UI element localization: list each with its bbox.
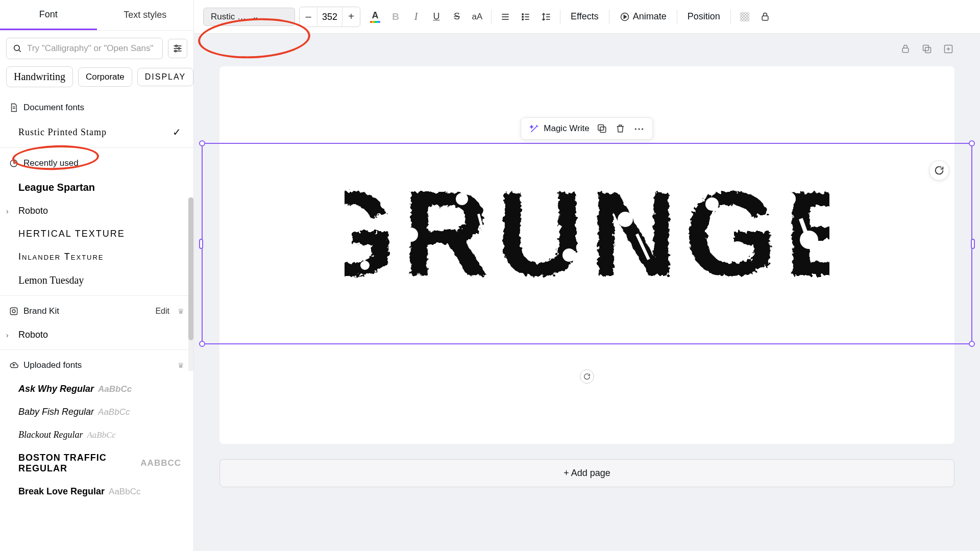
position-button[interactable]: Position bbox=[681, 11, 726, 22]
section-brand-kit: Brand Kit Edit ♛ bbox=[0, 299, 193, 323]
font-roboto[interactable]: › Roboto bbox=[0, 199, 193, 222]
uppercase-button[interactable]: aA bbox=[468, 7, 487, 27]
font-preview: Ask Why Regular bbox=[18, 384, 94, 394]
section-label: Uploaded fonts bbox=[23, 360, 82, 370]
magic-write-button[interactable]: Magic Write bbox=[529, 123, 589, 134]
font-preview: Rustic Printed Stamp bbox=[18, 127, 107, 138]
expand-icon[interactable]: › bbox=[6, 331, 9, 339]
font-ask-why[interactable]: Ask Why Regular AaBbCc bbox=[0, 378, 193, 400]
add-page-icon[interactable] bbox=[942, 43, 954, 55]
svg-rect-30 bbox=[762, 16, 768, 20]
font-selector-label: Rustic Printed St... bbox=[211, 12, 248, 22]
font-list: Document fonts Rustic Printed Stamp ✓ Re… bbox=[0, 95, 193, 551]
resize-handle-tl[interactable] bbox=[199, 140, 205, 146]
alignment-button[interactable] bbox=[496, 7, 515, 27]
canvas-top-right bbox=[899, 43, 954, 55]
svg-rect-31 bbox=[902, 48, 909, 52]
font-preview: Blackout Regular bbox=[18, 430, 83, 440]
crown-icon: ♛ bbox=[178, 361, 184, 369]
canvas-text[interactable]: GRUNGE bbox=[219, 173, 954, 301]
font-rustic-printed-stamp[interactable]: Rustic Printed Stamp ✓ bbox=[0, 120, 193, 144]
font-selector[interactable]: Rustic Printed St... ⌄ bbox=[203, 8, 295, 26]
spacing-button[interactable] bbox=[536, 7, 556, 27]
edit-brand-kit[interactable]: Edit bbox=[155, 307, 169, 316]
font-lemon-tuesday[interactable]: Lemon Tuesday bbox=[0, 268, 193, 292]
font-sample: AaBbCc bbox=[98, 384, 132, 394]
divider bbox=[609, 10, 609, 24]
resize-handle-tr[interactable] bbox=[969, 140, 975, 146]
resize-handle-bl[interactable] bbox=[199, 341, 205, 347]
chip-display[interactable]: DISPLAY bbox=[137, 68, 193, 86]
add-page-button[interactable]: + Add page bbox=[219, 459, 954, 487]
svg-point-16 bbox=[522, 13, 523, 15]
font-sidebar: Font Text styles Handwriting Corporate D… bbox=[0, 0, 194, 551]
section-recently-used: Recently used bbox=[0, 151, 193, 176]
search-icon bbox=[13, 44, 22, 53]
expand-icon[interactable]: › bbox=[6, 207, 9, 215]
svg-marker-26 bbox=[624, 15, 626, 18]
resize-handle-ml[interactable] bbox=[199, 239, 203, 249]
more-button[interactable]: ⋯ bbox=[633, 123, 645, 134]
font-brand-roboto[interactable]: › Roboto bbox=[0, 323, 193, 346]
section-label: Brand Kit bbox=[23, 306, 59, 316]
lock-button[interactable] bbox=[755, 7, 775, 27]
svg-rect-29 bbox=[740, 12, 749, 21]
section-label: Document fonts bbox=[23, 103, 84, 113]
duplicate-button[interactable] bbox=[597, 123, 608, 134]
lock-page-icon[interactable] bbox=[899, 43, 912, 55]
bold-button[interactable]: B bbox=[386, 7, 405, 27]
animate-button[interactable]: Animate bbox=[614, 11, 673, 22]
svg-point-12 bbox=[12, 310, 15, 313]
increase-size-button[interactable]: + bbox=[342, 7, 360, 27]
font-size-group: – 352 + bbox=[299, 7, 360, 27]
clock-icon bbox=[9, 159, 18, 168]
bullet-list-button[interactable] bbox=[516, 7, 535, 27]
font-break-love[interactable]: Break Love Regular AaBbCc bbox=[0, 480, 193, 503]
refresh-button[interactable] bbox=[929, 160, 949, 181]
strikethrough-button[interactable]: S bbox=[447, 7, 467, 27]
text-color-icon: A bbox=[370, 10, 380, 23]
tab-font[interactable]: Font bbox=[0, 0, 97, 30]
font-hertical-texture[interactable]: HERTICAL TEXTURE bbox=[0, 222, 193, 245]
text-color-button[interactable]: A bbox=[365, 7, 385, 27]
transparency-button[interactable] bbox=[735, 7, 754, 27]
copy-page-icon[interactable] bbox=[921, 43, 933, 55]
font-preview: Roboto bbox=[18, 330, 48, 340]
resize-handle-br[interactable] bbox=[969, 341, 975, 347]
font-league-spartan[interactable]: League Spartan bbox=[0, 176, 193, 199]
design-page[interactable]: Magic Write ⋯ bbox=[219, 66, 954, 444]
separator bbox=[0, 349, 193, 350]
chip-corporate[interactable]: Corporate bbox=[78, 67, 132, 87]
crown-icon: ♛ bbox=[178, 307, 184, 315]
section-document-fonts: Document fonts bbox=[0, 95, 193, 120]
underline-button[interactable]: U bbox=[427, 7, 446, 27]
font-size-value[interactable]: 352 bbox=[317, 7, 342, 27]
divider bbox=[491, 10, 492, 24]
resize-handle-mr[interactable] bbox=[971, 239, 975, 249]
font-baby-fish[interactable]: Baby Fish Regular AaBbCc bbox=[0, 400, 193, 423]
font-search-box[interactable] bbox=[6, 38, 163, 59]
svg-point-7 bbox=[175, 50, 176, 52]
font-boston-traffic[interactable]: BOSTON TRAFFIC REGULAR AABBCC bbox=[0, 446, 193, 480]
svg-rect-11 bbox=[10, 308, 17, 315]
decrease-size-button[interactable]: – bbox=[300, 7, 317, 27]
font-inlander-texture[interactable]: Inlander Texture bbox=[0, 245, 193, 268]
filter-button[interactable] bbox=[168, 39, 187, 58]
animate-icon bbox=[620, 12, 630, 22]
delete-button[interactable] bbox=[615, 123, 626, 134]
font-preview: Lemon Tuesday bbox=[18, 274, 84, 286]
animate-label: Animate bbox=[633, 11, 667, 22]
sidebar-scrollbar[interactable] bbox=[188, 197, 193, 371]
tab-text-styles[interactable]: Text styles bbox=[97, 0, 194, 30]
chip-handwriting[interactable]: Handwriting bbox=[6, 66, 73, 87]
floating-toolbar: Magic Write ⋯ bbox=[521, 117, 653, 140]
effects-button[interactable]: Effects bbox=[565, 11, 605, 22]
search-row bbox=[0, 31, 193, 66]
italic-button[interactable]: I bbox=[406, 7, 426, 27]
rotate-handle[interactable] bbox=[580, 369, 594, 384]
svg-point-18 bbox=[522, 16, 523, 17]
font-blackout[interactable]: Blackout Regular AaBbCc bbox=[0, 423, 193, 446]
divider bbox=[560, 10, 560, 24]
svg-rect-37 bbox=[598, 125, 604, 131]
font-search-input[interactable] bbox=[27, 43, 156, 54]
